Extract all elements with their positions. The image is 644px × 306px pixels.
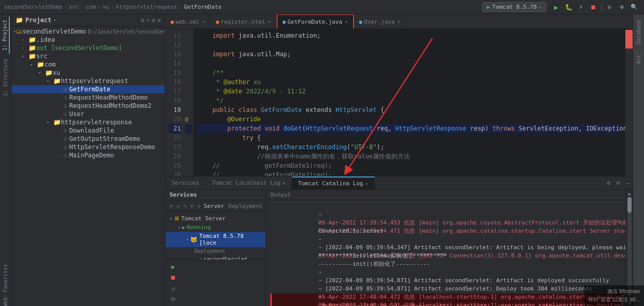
run-button[interactable]: ▶ [550,2,562,13]
gear-icon-1[interactable]: ⚙ [141,17,145,24]
close-icon[interactable]: ✕ [282,181,285,186]
add-service-icon[interactable]: + [168,201,174,211]
stop-button[interactable]: ⏹ [588,2,599,13]
tree-label: HttpServletResponseDemo [69,143,155,151]
bottom-settings-icon[interactable]: ⚙ [604,180,614,186]
project-panel-tab[interactable]: 1: Project [1,17,10,54]
web-tab[interactable]: Web [2,296,9,306]
tree-item-xu[interactable]: ▾ 📁 xu [11,69,165,77]
scroll-thumb[interactable] [627,197,632,213]
search-icon[interactable]: 🔍 [628,2,640,13]
running-item[interactable]: ▾ ▶ Running [165,223,266,232]
close-icon[interactable]: ✕ [268,19,270,24]
tree-item-com[interactable]: ▾ 📁 com [11,60,165,69]
tomcat-label: Tomcat 8.5.78 [loce [199,233,262,246]
java-icon: ● [283,19,286,25]
structure-panel-tab[interactable]: 2: Structure [2,56,9,99]
sort-icon[interactable]: ↕ [196,201,202,211]
tab-getformdate[interactable]: ● GetFormDate.java ✕ [277,14,354,28]
deployment-tab[interactable]: Deployment [228,203,263,210]
server-icon: 🖥 [174,215,179,222]
reload-icon[interactable]: ⟳ [168,295,178,304]
running-label: Running [187,224,210,231]
services-label-text: Services [172,180,199,186]
update-button[interactable]: ↻ [604,2,615,13]
debug-button[interactable]: 🐛 [563,2,574,13]
collapse-all-icon[interactable]: ⤡ [182,201,188,211]
tree-item-reqhead2[interactable]: ☉ RequestHeadMethodDemo2 [11,102,165,110]
arrow-icon: → [318,211,322,218]
code-line-13: import java.util.Map; [197,50,621,59]
close-icon[interactable]: ✕ [365,181,368,186]
run-icon[interactable]: ▶ [168,262,178,271]
tree-item-downloadfile[interactable]: ☉ DownloadFile [11,126,165,135]
tab-label: Tomcat Localhost Log [212,180,280,186]
plus-icon[interactable]: ÷ [146,17,150,24]
deploy-item[interactable]: ✓ secondServlet [165,255,266,260]
tree-item-httpservletrequest[interactable]: ▾ 📁 httpservletrequest [11,77,165,85]
code-line-17: * @date 2022/4/9 - 11:12 [197,87,621,96]
output-line-1: → 09-Apr-2022 17:39:54.453 信息 [main] org… [270,202,621,211]
tree-item-idea[interactable]: › 📁 .idea [11,36,165,44]
arrow-icon: → [318,236,322,243]
tree-item-user[interactable]: ☉ User [11,110,165,118]
scroll-up-icon[interactable]: ▲ [628,191,631,196]
close-icon[interactable]: ✕ [345,19,347,24]
expand-all-icon[interactable]: ⤢ [175,201,181,211]
tree-item-mainpagedemo[interactable]: ☉ MainPageDemo [11,151,165,159]
code-line-21: protected void doGet(HttpServletRequest … [197,124,621,133]
tree-label: GetOutputStreamDemo [69,135,140,142]
tree-item-src[interactable]: ▾ 📁 src [11,52,165,60]
tab-label: web.xml [176,19,200,25]
close-icon[interactable]: ✕ [397,19,400,24]
tab-user-java[interactable]: ● User.java ✕ [354,15,406,28]
arrow-icon: → [318,277,322,284]
bottom-tabs-row: Services Tomcat Localhost Log ✕ Tomcat C… [165,176,633,190]
windows-watermark: 激活 Windows 转到"设置"以激活 Wi... [584,285,644,306]
run-config-selector[interactable]: ▶ Tomcat 8.5.78 ▾ [482,2,546,12]
database-tab[interactable]: Database [635,17,642,47]
settings-icon[interactable]: ≡ [157,17,161,24]
run-config-icon: ▶ [487,4,490,10]
tab-register-html[interactable]: ● register.html ✕ [210,15,276,28]
tomcat-instance[interactable]: ▾ 🐱 Tomcat 8.5.78 [loce [165,232,266,247]
bottom-panel: Services Tomcat Localhost Log ✕ Tomcat C… [165,176,633,306]
arrow-icon: ▾ [170,216,172,221]
tomcat-server-item[interactable]: ▾ 🖥 Tomcat Server [165,214,266,223]
output-content[interactable]: → 09-Apr-2022 17:39:54.453 信息 [main] org… [266,200,625,306]
tomcat-catalina-log-tab[interactable]: Tomcat Catalina Log ✕ [292,176,375,190]
tree-item-reqhead[interactable]: ☉ RequestHeadMethodDemo [11,93,165,102]
code-line-11: import java.util.Enumeration; [197,31,621,40]
stop-icon[interactable]: ⏹ [168,273,178,282]
top-bar: secondServletDemo › src › com › xu › htt… [0,0,644,14]
bottom-gear-icon[interactable]: ⚙ [614,180,623,186]
filter-icon[interactable]: ▽ [189,201,195,211]
tree-item-root[interactable]: ▾ 🗂 secondServletDemo D:/Java/Servlet/se… [11,27,165,36]
tree-label: com [44,61,56,68]
close-icon[interactable]: ✕ [202,19,205,24]
settings-button[interactable]: ⚙ [616,2,627,13]
arrow-icon: ▾ [47,78,53,84]
tab-web-xml[interactable]: ● web.xml ✕ [165,15,210,28]
gear-icon-2[interactable]: ⚙ [152,17,156,24]
favorites-tab[interactable]: Favorites [2,263,9,294]
arrow-icon: → [318,285,322,292]
tree-label: RequestHeadMethodDemo2 [69,102,151,109]
code-content[interactable]: import java.util.Enumeration; import jav… [193,29,625,176]
tree-item-httpservletresponse[interactable]: ▾ 📁 httpservletresponse [11,118,165,126]
services-panel: Services + ⤢ ⤡ ▽ ↕ Server Deployment [165,190,266,306]
bottom-close-icon[interactable]: — [623,180,633,186]
tree-label: out [secondServletDemo] [36,44,122,52]
dropdown-arrow-icon: ▾ [539,5,542,10]
run-with-coverage-button[interactable]: ⚡ [575,2,587,13]
tomcat-localhost-log-tab[interactable]: Tomcat Localhost Log ✕ [206,176,292,190]
tree-item-httpservletresponsedemo[interactable]: ☉ HttpServletResponseDemo [11,143,165,151]
restart-icon[interactable]: ↺ [168,284,178,293]
tree-item-getoutputstream[interactable]: ☉ GetOutputStreamDemo [11,135,165,143]
code-line-18: */ [197,96,621,105]
code-line-26: // getFormDate2(req); [197,170,621,176]
tree-item-getformdate[interactable]: ☉ GetFormDate [11,85,165,93]
services-tab[interactable]: Services [165,176,206,190]
tree-item-out[interactable]: › 📁 out [secondServletDemo] [11,44,165,52]
ant-tab[interactable]: Ant [635,52,642,67]
